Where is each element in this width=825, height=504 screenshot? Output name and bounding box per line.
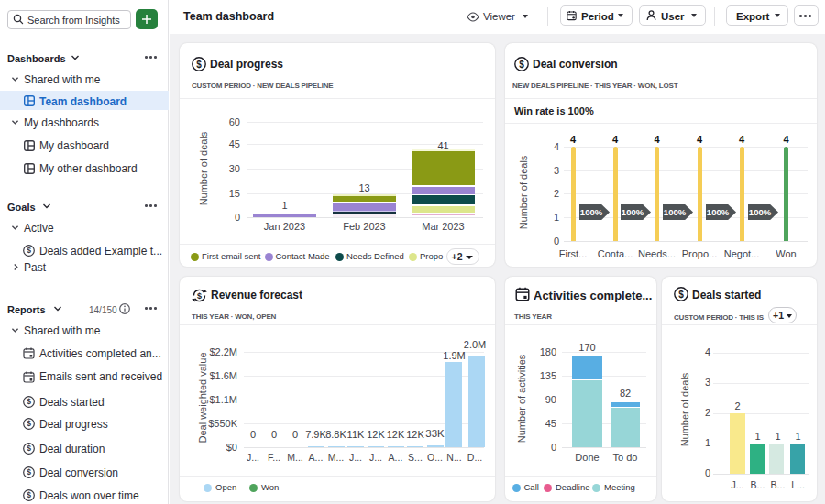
svg-text:$: $ xyxy=(519,60,524,70)
svg-text:$: $ xyxy=(27,246,31,255)
svg-text:$: $ xyxy=(678,290,684,300)
svg-text:$: $ xyxy=(27,444,31,453)
svg-text:100%: 100% xyxy=(664,207,687,217)
svg-text:$: $ xyxy=(197,291,202,301)
svg-text:100%: 100% xyxy=(749,207,772,217)
svg-text:$: $ xyxy=(196,60,202,70)
svg-text:$: $ xyxy=(27,397,31,406)
svg-text:100%: 100% xyxy=(706,207,729,217)
svg-text:100%: 100% xyxy=(579,207,602,217)
svg-text:$: $ xyxy=(27,467,31,477)
svg-text:100%: 100% xyxy=(622,207,644,217)
svg-text:$: $ xyxy=(27,490,31,499)
svg-text:$: $ xyxy=(27,419,31,428)
